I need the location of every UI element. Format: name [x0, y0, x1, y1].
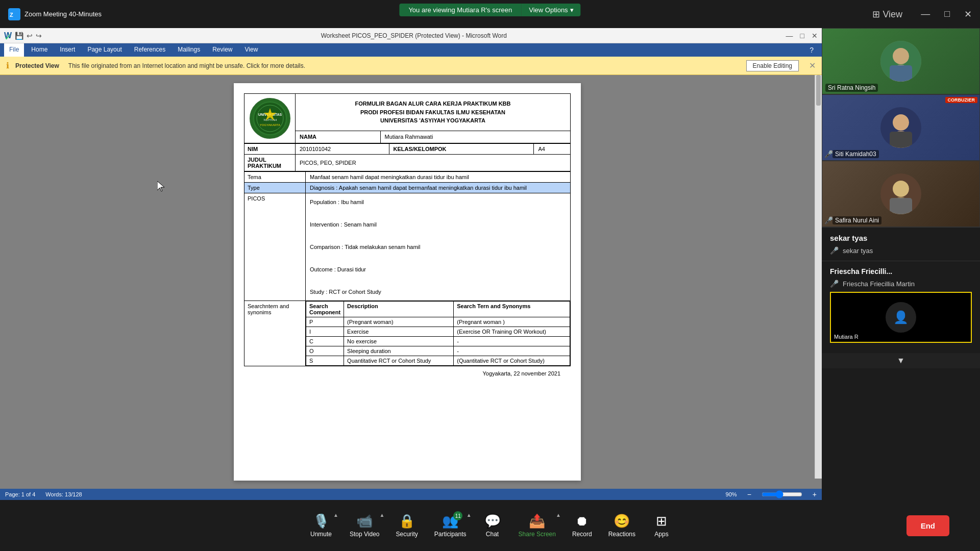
- zoom-slider[interactable]: [762, 490, 802, 498]
- participants-button[interactable]: 👥 11 Participants ▲: [426, 509, 475, 542]
- maximize-button[interactable]: □: [944, 9, 950, 19]
- friescha-mic-icon: 🎤: [830, 280, 839, 288]
- minimize-button[interactable]: —: [921, 9, 930, 19]
- word-restore[interactable]: □: [800, 32, 804, 40]
- view-button[interactable]: ⊞ View: [872, 9, 902, 20]
- picos-value: Population : Ibu hamil Intervention : Se…: [306, 193, 571, 301]
- zoom-out-btn[interactable]: −: [747, 490, 751, 498]
- ribbon-help[interactable]: ?: [805, 43, 818, 57]
- svg-text:'ASYIYAH: 'ASYIYAH: [263, 118, 277, 121]
- participants-label: Participants: [434, 531, 467, 538]
- collapse-chevron-icon: ▼: [897, 356, 905, 365]
- mic-muted-icon-siti: 🎤: [824, 150, 833, 158]
- zoom-level: 90%: [726, 491, 737, 497]
- protected-view-close[interactable]: ✕: [809, 61, 816, 70]
- share-screen-caret-icon[interactable]: ▲: [556, 512, 561, 518]
- search-row-o-desc: Sleeping duration: [344, 346, 454, 356]
- word-toolbar: W 💾 ↩ ↪ Worksheet PICOS_PEO_SPIDER (Prot…: [0, 28, 822, 43]
- unmute-button[interactable]: 🎙️ Unmute ▲: [301, 509, 341, 542]
- word-document-area[interactable]: UNIVERSITAS 'ASYIYAH YOGYAKARTA FORMULIR…: [0, 75, 822, 489]
- close-button[interactable]: ✕: [964, 9, 972, 20]
- apps-icon: ⊞: [656, 513, 667, 529]
- word-status-bar: Page: 1 of 4 Words: 13/128 90% − +: [0, 489, 822, 500]
- apps-label: Apps: [654, 531, 668, 538]
- zoom-in-btn[interactable]: +: [813, 490, 817, 498]
- doc-footer: Yogyakarta, 22 november 2021: [244, 370, 571, 377]
- participants-caret-icon[interactable]: ▲: [467, 512, 472, 518]
- sekar-mic-icon: 🎤: [830, 246, 839, 255]
- record-label: Record: [572, 531, 592, 538]
- chat-label: Chat: [486, 531, 499, 538]
- protected-view-bar: ℹ Protected View This file originated fr…: [0, 57, 822, 75]
- word-window: W 💾 ↩ ↪ Worksheet PICOS_PEO_SPIDER (Prot…: [0, 28, 822, 500]
- sekar-title: sekar tyas: [830, 234, 972, 242]
- stop-video-button[interactable]: 📹 Stop Video ▲: [341, 509, 388, 542]
- svg-rect-15: [890, 132, 912, 148]
- stop-video-label: Stop Video: [350, 531, 380, 538]
- apps-button[interactable]: ⊞ Apps: [644, 509, 679, 542]
- security-label: Security: [396, 531, 418, 538]
- tab-review[interactable]: Review: [207, 43, 237, 57]
- save-icon[interactable]: 💾: [15, 32, 23, 40]
- friescha-title: Friescha Friecilli...: [830, 267, 972, 276]
- friescha-section: Friescha Friecilli... 🎤 Friescha Friecil…: [822, 261, 980, 349]
- nim-value: 2010101042: [296, 144, 389, 155]
- sekar-user: sekar tyas: [843, 247, 873, 255]
- word-minimize[interactable]: —: [786, 32, 793, 40]
- redo-icon[interactable]: ↪: [36, 32, 42, 40]
- unmute-icon: 🎙️: [313, 513, 329, 529]
- svg-point-13: [893, 114, 909, 131]
- word-close[interactable]: ✕: [812, 32, 818, 40]
- viewing-banner: You are viewing Mutiara R's screen View …: [399, 4, 580, 16]
- nim-label: NIM: [244, 144, 296, 155]
- search-row-p-syn: (Pregnant woman ): [454, 317, 570, 327]
- page-indicator: Page: 1 of 4: [5, 491, 35, 497]
- search-label: Searchntern and synonims: [244, 301, 306, 366]
- tab-home[interactable]: Home: [26, 43, 53, 57]
- mutiara-name: Mutiara R: [834, 334, 859, 340]
- svg-text:YOGYAKARTA: YOGYAKARTA: [259, 123, 280, 127]
- stop-video-caret-icon[interactable]: ▲: [380, 512, 385, 518]
- share-screen-button[interactable]: 📤 Share Screen ▲: [510, 509, 564, 542]
- participant-tile-sri: Sri Ratna Ningsih: [822, 28, 980, 94]
- svg-point-17: [893, 181, 909, 197]
- tab-view[interactable]: View: [240, 43, 263, 57]
- chat-icon: 💬: [484, 513, 501, 529]
- nama-value: Mutiara Rahmawati: [380, 131, 570, 143]
- search-row-c-syn: -: [454, 337, 570, 346]
- kelas-value: A4: [534, 144, 571, 155]
- share-screen-icon: 📤: [529, 513, 545, 529]
- collapse-panel-button[interactable]: ▼: [822, 353, 980, 368]
- reactions-button[interactable]: 😊 Reactions: [600, 509, 644, 542]
- undo-icon[interactable]: ↩: [27, 32, 33, 40]
- chat-button[interactable]: 💬 Chat: [475, 509, 510, 542]
- enable-editing-button[interactable]: Enable Editing: [746, 60, 799, 71]
- record-button[interactable]: ⏺ Record: [564, 509, 600, 542]
- view-options-button[interactable]: View Options ▾: [521, 4, 580, 16]
- tab-page-layout[interactable]: Page Layout: [82, 43, 127, 57]
- participant-tile-safira: Safira Nurul Aini 🎤: [822, 161, 980, 227]
- search-col-syn-header: Search Tern and Synonyms: [454, 302, 570, 317]
- unmute-caret-icon[interactable]: ▲: [333, 512, 338, 518]
- app-title: Zoom Meeting 40-Minutes: [24, 10, 102, 18]
- tab-file[interactable]: File: [4, 43, 24, 57]
- mic-muted-icon-safira: 🎤: [824, 216, 833, 224]
- tab-mailings[interactable]: Mailings: [173, 43, 205, 57]
- reactions-icon: 😊: [614, 513, 630, 529]
- tema-label: Tema: [244, 172, 306, 183]
- tab-references[interactable]: References: [129, 43, 170, 57]
- vertical-scrollbar[interactable]: [815, 75, 822, 479]
- svg-text:Z: Z: [10, 12, 13, 18]
- doc-header-title: FORMULIR BAGAN ALUR CARA KERJA PRAKTIKUM…: [299, 99, 567, 125]
- end-meeting-button[interactable]: End: [906, 515, 949, 536]
- search-row-s-comp: S: [306, 356, 344, 366]
- search-row-i-syn: (Exercise OR Training OR Workout): [454, 327, 570, 337]
- judul-value: PICOS, PEO, SPIDER: [296, 155, 571, 171]
- type-value: Diagnosis : Apakah senam hamil dapat ber…: [306, 183, 571, 193]
- record-icon: ⏺: [575, 513, 589, 529]
- search-col-component-header: Search Component: [306, 302, 344, 317]
- tab-insert[interactable]: Insert: [55, 43, 80, 57]
- security-button[interactable]: 🔒 Security: [387, 509, 426, 542]
- search-row-p-comp: P: [306, 317, 344, 327]
- reactions-label: Reactions: [608, 531, 635, 538]
